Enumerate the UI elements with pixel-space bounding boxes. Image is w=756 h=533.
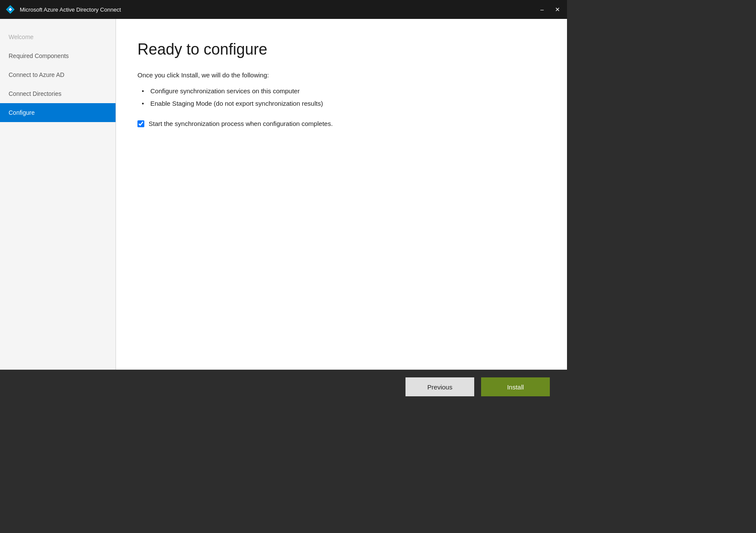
content-area: Welcome Required Components Connect to A… [0, 19, 567, 370]
sidebar-item-connect-directories[interactable]: Connect Directories [0, 84, 116, 103]
sidebar-item-configure[interactable]: Configure [0, 103, 116, 122]
window-title: Microsoft Azure Active Directory Connect [20, 6, 538, 13]
sidebar-item-required-components[interactable]: Required Components [0, 46, 116, 65]
main-panel: Ready to configure Once you click Instal… [116, 19, 567, 370]
sidebar-item-welcome[interactable]: Welcome [0, 28, 116, 46]
page-title: Ready to configure [137, 40, 546, 58]
intro-text: Once you click Install, we will do the f… [137, 71, 546, 79]
install-button[interactable]: Install [481, 377, 550, 396]
close-button[interactable]: ✕ [553, 6, 562, 13]
app-icon [5, 4, 15, 15]
minimize-button[interactable]: – [538, 6, 546, 13]
titlebar: Microsoft Azure Active Directory Connect… [0, 0, 567, 19]
window-controls: – ✕ [538, 6, 562, 13]
bullet-item-1: Configure synchronization services on th… [142, 87, 546, 95]
sync-checkbox-label: Start the synchronization process when c… [149, 120, 333, 127]
sync-checkbox[interactable] [137, 120, 144, 127]
action-list: Configure synchronization services on th… [137, 87, 546, 107]
previous-button[interactable]: Previous [405, 377, 474, 396]
sidebar-item-connect-azure-ad[interactable]: Connect to Azure AD [0, 65, 116, 84]
bullet-item-2: Enable Staging Mode (do not export synch… [142, 100, 546, 107]
sync-checkbox-row: Start the synchronization process when c… [137, 120, 546, 127]
footer: Previous Install [0, 370, 567, 404]
sidebar: Welcome Required Components Connect to A… [0, 19, 116, 370]
main-window: Welcome Required Components Connect to A… [0, 19, 567, 404]
